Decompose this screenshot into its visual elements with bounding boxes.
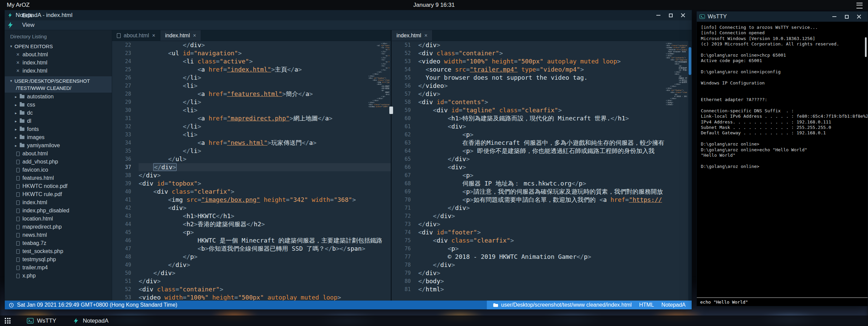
tabbar-right: index.html× [392, 30, 692, 41]
tree-file-index.html[interactable]: index.html [5, 198, 112, 207]
wstty-titlebar[interactable]: WsTTY [697, 12, 868, 22]
minimap[interactable]: </div> <ul id="navigation"> <li class="a… [368, 42, 389, 299]
tree-file-location.html[interactable]: location.html [5, 215, 112, 223]
tree-file-teabag.7z[interactable]: teabag.7z [5, 239, 112, 247]
tree-folder-images[interactable]: ▸images [5, 133, 112, 141]
tab-close-icon[interactable]: × [424, 33, 427, 38]
taskbar-item-wstty[interactable]: WsTTY [27, 315, 56, 326]
file-icon [16, 184, 20, 189]
close-file-icon[interactable]: × [16, 68, 19, 74]
tree-file-test_sockets.php[interactable]: test_sockets.php [5, 247, 112, 255]
minimize-button[interactable] [828, 12, 840, 22]
close-button[interactable] [853, 12, 865, 22]
line-number-gutter: 2223242526272829303132333435363738394041… [112, 41, 135, 301]
tree-file-index.php_disabled[interactable]: index.php_disabled [5, 207, 112, 215]
hamburger-menu-icon[interactable] [856, 3, 863, 8]
editor-tab-index.html[interactable]: index.html× [160, 30, 201, 41]
close-file-icon[interactable]: × [16, 52, 19, 57]
notepada-logo-icon [7, 13, 13, 18]
terminal-output[interactable]: [info] Connecting to arozos WsTTY servic… [697, 22, 868, 298]
tree-file-HKWTC notice.pdf[interactable]: HKWTC notice.pdf [5, 182, 112, 190]
status-language: HTML [639, 302, 654, 308]
close-file-icon[interactable]: × [16, 60, 19, 65]
maximize-button[interactable] [665, 10, 677, 20]
terminal-input[interactable]: echo "Hello World" [697, 298, 868, 306]
folder-icon [20, 95, 24, 98]
code-editor-left[interactable]: 2223242526272829303132333435363738394041… [112, 41, 391, 301]
open-editor-item[interactable]: ×about.html [5, 51, 112, 59]
notepad-statusbar: Sat Jan 09 2021 16:29:49 GMT+0800 (Hong … [5, 301, 692, 309]
file-sidebar: Directory Listing ▾ OPEN EDITORS ×about.… [5, 30, 112, 301]
menu-edit[interactable]: Edit [18, 11, 51, 20]
file-icon [16, 249, 20, 254]
folder-icon [20, 103, 24, 107]
tree-file-news.html[interactable]: news.html [5, 231, 112, 239]
folder-icon [20, 144, 24, 147]
folder-icon [493, 303, 498, 307]
terminal-scrollbar-thumb[interactable] [865, 37, 867, 57]
taskbar-item-notepada[interactable]: NotepadA [73, 315, 109, 326]
maximize-button[interactable] [840, 12, 853, 22]
tree-file-testmysql.php[interactable]: testmysql.php [5, 255, 112, 264]
tab-close-icon[interactable]: × [152, 33, 155, 38]
file-icon [16, 266, 20, 270]
file-icon [16, 274, 20, 278]
vertical-scrollbar[interactable] [688, 41, 692, 301]
tree-file-about.html[interactable]: about.html [5, 150, 112, 158]
clock-icon [9, 303, 14, 308]
tree-folder-dl[interactable]: ▸dl [5, 117, 112, 125]
file-icon [16, 233, 20, 237]
code-lines[interactable]: </div><div class="container"><video widt… [415, 41, 692, 301]
tree-file-add_vhost.php[interactable]: add_vhost.php [5, 158, 112, 166]
file-icon [16, 257, 20, 262]
menu-view[interactable]: View [18, 20, 51, 30]
tree-file-mapredirect.php[interactable]: mapredirect.php [5, 223, 112, 231]
open-editors-section[interactable]: ▾ OPEN EDITORS [5, 42, 112, 51]
tree-folder-yamiyamilove[interactable]: ▸yamiyamilove [5, 141, 112, 150]
tab-close-icon[interactable]: × [193, 33, 196, 38]
tree-file-trailer.mp4[interactable]: trailer.mp4 [5, 264, 112, 272]
taskbar: WsTTY NotepadA [0, 315, 868, 326]
system-clock: January 9 16:31 [0, 2, 868, 8]
workspace-path-line1: USER:/DESKTOP/SCREENSHOT [15, 78, 90, 84]
editor-tab-index.html[interactable]: index.html× [392, 30, 432, 41]
caret-down-icon: ▾ [10, 79, 12, 83]
notepad-titlebar[interactable]: NotepadA - index.html [5, 10, 692, 20]
minimap[interactable]: </div><div class="container"><video widt… [666, 42, 687, 299]
caret-right-icon: ▸ [15, 143, 17, 148]
tree-file-x.php[interactable]: x.php [5, 272, 112, 280]
editor-tab-about.html[interactable]: about.html× [112, 30, 160, 41]
open-editor-item[interactable]: ×index.html [5, 67, 112, 75]
tree-file-HKWTC rule.pdf[interactable]: HKWTC rule.pdf [5, 190, 112, 198]
folder-icon [20, 136, 24, 139]
tree-folder-dc[interactable]: ▸dc [5, 109, 112, 117]
line-number-gutter: 5152535455565758596061626364656667686970… [392, 41, 415, 301]
caret-right-icon: ▸ [15, 119, 17, 123]
workspace-root[interactable]: ▾ USER:/DESKTOP/SCREENSHOT /TEST/WWW CLE… [5, 76, 112, 93]
caret-right-icon: ▸ [15, 135, 17, 140]
open-editor-item[interactable]: ×index.html [5, 59, 112, 67]
status-filepath[interactable]: user/Desktop/screenshot/test/www cleaned… [493, 302, 632, 308]
tree-folder-css[interactable]: ▸css [5, 101, 112, 109]
minimize-button[interactable] [652, 10, 665, 20]
tree-file-favicon.ico[interactable]: favicon.ico [5, 166, 112, 174]
tree-folder-autostation[interactable]: ▸autostation [5, 93, 112, 101]
close-button[interactable] [677, 10, 689, 20]
terminal-icon [27, 318, 34, 324]
file-icon [16, 152, 20, 156]
folder-icon [20, 128, 24, 131]
split-handle-icon[interactable] [389, 107, 393, 114]
tree-folder-fonts[interactable]: ▸fonts [5, 125, 112, 133]
file-icon [16, 160, 20, 164]
file-icon [16, 192, 20, 197]
caret-right-icon: ▸ [15, 103, 17, 107]
file-icon [16, 241, 20, 246]
tree-file-features.html[interactable]: features.html [5, 174, 112, 182]
scrollbar-thumb[interactable] [689, 47, 691, 75]
notepad-window: NotepadA - index.html FileEditViewFont S… [4, 10, 692, 310]
sidebar-title: Directory Listing [5, 30, 112, 42]
code-editor-right[interactable]: 5152535455565758596061626364656667686970… [392, 41, 692, 301]
wstty-window: WsTTY [info] Connecting to arozos WsTTY … [696, 11, 868, 306]
code-lines[interactable]: </div> <ul id="navigation"> <li class="a… [135, 41, 391, 301]
app-launcher-icon[interactable] [5, 318, 11, 324]
